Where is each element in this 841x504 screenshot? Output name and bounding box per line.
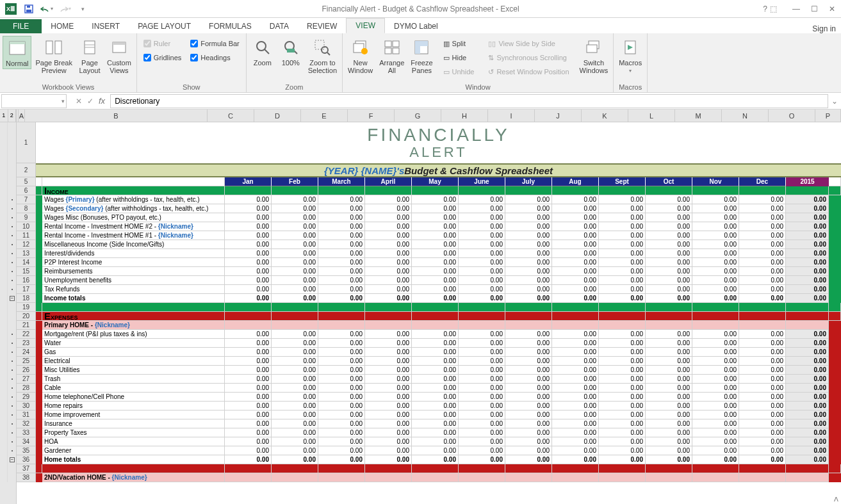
cell[interactable]	[829, 267, 841, 276]
cell[interactable]: 0.00	[412, 240, 459, 249]
cell[interactable]	[829, 411, 841, 419]
cell[interactable]: 0.00	[412, 428, 459, 437]
qat-customize[interactable]: ▾	[74, 2, 91, 16]
cell[interactable]: 0.00	[552, 446, 599, 455]
tab-dymo[interactable]: DYMO Label	[385, 19, 447, 33]
cell[interactable]: Electrical	[42, 357, 225, 366]
cell[interactable]: 0.00	[552, 276, 599, 285]
cell[interactable]: 0.00	[505, 330, 552, 339]
cell[interactable]: 0.00	[459, 267, 505, 276]
cell[interactable]	[36, 455, 42, 464]
cell[interactable]: 0.00	[646, 393, 692, 402]
cell[interactable]: 0.00	[552, 231, 599, 240]
cell[interactable]: 0.00	[272, 240, 318, 249]
row-header-38[interactable]: 38	[17, 473, 36, 482]
cell[interactable]: 0.00	[786, 240, 829, 249]
cell[interactable]	[36, 276, 42, 285]
cell[interactable]	[36, 366, 42, 375]
cell[interactable]: Tax Refunds	[42, 285, 225, 294]
cell[interactable]: 0.00	[272, 222, 318, 231]
cell[interactable]: 0.00	[225, 267, 272, 276]
tab-insert[interactable]: INSERT	[83, 19, 129, 33]
cell[interactable]: 0.00	[739, 249, 786, 258]
cell[interactable]: 0.00	[786, 249, 829, 258]
month-header[interactable]: Aug	[552, 177, 599, 186]
cell[interactable]: 0.00	[318, 231, 365, 240]
cell[interactable]	[36, 384, 42, 393]
cell[interactable]	[829, 357, 841, 366]
hide-button[interactable]: ▭Hide	[441, 51, 477, 64]
cell[interactable]: 0.00	[599, 402, 646, 411]
row-header-25[interactable]: 25	[17, 357, 36, 366]
tab-home[interactable]: HOME	[42, 19, 83, 33]
cell[interactable]: 0.00	[318, 348, 365, 357]
cell[interactable]	[829, 213, 841, 222]
cell[interactable]: 0.00	[272, 231, 318, 240]
cell[interactable]: 0.00	[318, 222, 365, 231]
row-header-8[interactable]: 8	[17, 204, 36, 213]
cell[interactable]	[36, 231, 42, 240]
cell[interactable]: 0.00	[225, 195, 272, 204]
cell[interactable]: 0.00	[739, 267, 786, 276]
tab-data[interactable]: DATA	[261, 19, 298, 33]
cell[interactable]: 0.00	[786, 393, 829, 402]
cell[interactable]: Property Taxes	[42, 428, 225, 437]
column-header-A[interactable]: A	[19, 110, 25, 122]
cell[interactable]: 0.00	[786, 231, 829, 240]
cell[interactable]: 0.00	[365, 204, 412, 213]
cell[interactable]: 0.00	[225, 204, 272, 213]
month-header[interactable]: May	[412, 177, 459, 186]
cell[interactable]: Wages {Primary} (after withholdings - ta…	[42, 195, 225, 204]
month-header[interactable]: Sept	[599, 177, 646, 186]
cell[interactable]	[36, 204, 42, 213]
cell[interactable]: 0.00	[225, 285, 272, 294]
cell[interactable]	[36, 267, 42, 276]
cell[interactable]: Gardener	[42, 446, 225, 455]
row-header-16[interactable]: 16	[17, 276, 36, 285]
cell[interactable]	[36, 285, 42, 294]
cell[interactable]: 0.00	[459, 294, 505, 303]
cell[interactable]: 0.00	[692, 267, 739, 276]
cell[interactable]: 0.00	[365, 294, 412, 303]
cell[interactable]: 0.00	[459, 195, 505, 204]
cell[interactable]: 0.00	[505, 375, 552, 384]
cell[interactable]: 0.00	[272, 446, 318, 455]
cell[interactable]: 0.00	[505, 348, 552, 357]
cell[interactable]: 0.00	[365, 258, 412, 267]
cell[interactable]: 0.00	[786, 375, 829, 384]
cell[interactable]: 0.00	[599, 249, 646, 258]
cell[interactable]: 0.00	[272, 267, 318, 276]
cell[interactable]: 0.00	[412, 348, 459, 357]
cell[interactable]: 0.00	[692, 419, 739, 428]
cell[interactable]: 0.00	[786, 348, 829, 357]
row-header-5[interactable]: 5	[17, 177, 36, 186]
cell[interactable]: 0.00	[318, 240, 365, 249]
cell[interactable]: 0.00	[552, 204, 599, 213]
month-header[interactable]: June	[459, 177, 505, 186]
cell[interactable]: 0.00	[365, 428, 412, 437]
cell[interactable]: 0.00	[786, 402, 829, 411]
cell[interactable]: 0.00	[412, 446, 459, 455]
cell[interactable]: 0.00	[225, 366, 272, 375]
cell[interactable]: 0.00	[786, 213, 829, 222]
row-header-17[interactable]: 17	[17, 285, 36, 294]
cell[interactable]: 0.00	[412, 267, 459, 276]
cell[interactable]: 0.00	[225, 240, 272, 249]
cell[interactable]	[829, 204, 841, 213]
cell[interactable]: 0.00	[459, 411, 505, 419]
row-header-9[interactable]: 9	[17, 213, 36, 222]
ribbon-options-icon[interactable]: ⬚	[770, 4, 777, 13]
month-header[interactable]: March	[318, 177, 365, 186]
cell[interactable]: 0.00	[272, 195, 318, 204]
cell[interactable]: 0.00	[599, 195, 646, 204]
cell[interactable]: 0.00	[412, 384, 459, 393]
row-header-19[interactable]: 19	[17, 303, 36, 312]
cell[interactable]: 0.00	[505, 393, 552, 402]
row-header-28[interactable]: 28	[17, 384, 36, 393]
cell[interactable]: 0.00	[646, 204, 692, 213]
cell[interactable]: 0.00	[272, 419, 318, 428]
cell[interactable]: 0.00	[272, 366, 318, 375]
cell[interactable]: Mortgage/rent (P&I plus taxes & ins)	[42, 330, 225, 339]
row-header-22[interactable]: 22	[17, 330, 36, 339]
cell[interactable]: 0.00	[225, 258, 272, 267]
